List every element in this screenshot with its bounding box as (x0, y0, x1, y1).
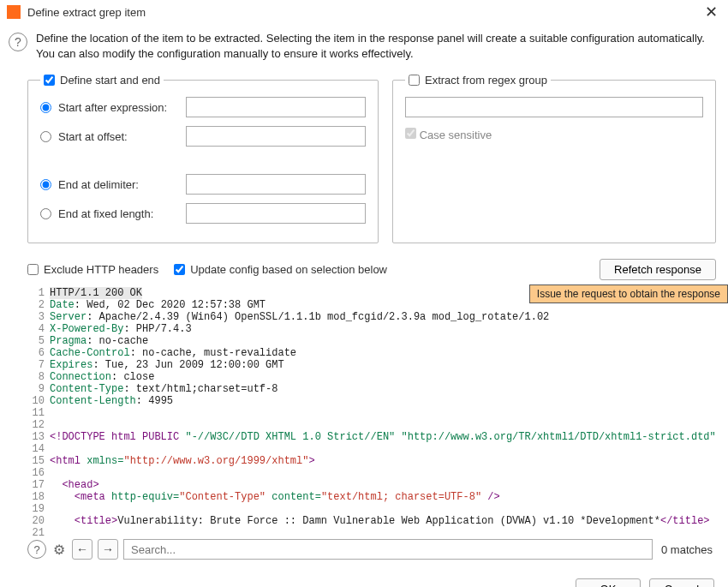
title-bar: Define extract grep item ✕ (0, 0, 728, 24)
cancel-button[interactable]: Cancel (649, 578, 714, 587)
start-at-offset-radio[interactable]: Start at offset: (40, 130, 177, 143)
regex-input[interactable] (405, 97, 703, 117)
exclude-http-headers-check[interactable]: Exclude HTTP headers (27, 263, 158, 276)
help-icon[interactable]: ? (9, 33, 27, 51)
window-title: Define extract grep item (27, 6, 701, 19)
response-editor[interactable]: 1HTTP/1.1 200 OK2Date: Wed, 02 Dec 2020 … (27, 287, 716, 536)
end-at-delimiter-input[interactable] (186, 174, 366, 195)
group-define-start-end: Define start and end Start after express… (27, 74, 379, 243)
help-icon[interactable]: ? (27, 540, 46, 559)
app-icon (7, 5, 21, 19)
start-after-expression-input[interactable] (186, 97, 366, 117)
start-after-expression-radio[interactable]: Start after expression: (40, 101, 177, 114)
start-at-offset-input[interactable] (186, 126, 366, 147)
extract-regex-check[interactable]: Extract from regex group (409, 74, 547, 87)
end-at-delimiter-radio[interactable]: End at delimiter: (40, 178, 177, 191)
define-start-end-check[interactable]: Define start and end (44, 74, 160, 87)
refetch-button[interactable]: Refetch response (600, 259, 716, 280)
end-at-fixed-length-input[interactable] (186, 203, 366, 224)
gear-icon[interactable]: ⚙ (51, 542, 67, 558)
end-at-fixed-length-radio[interactable]: End at fixed length: (40, 207, 177, 220)
case-sensitive-check[interactable]: Case sensitive (405, 129, 492, 141)
group-regex: Extract from regex group Case sensitive (392, 74, 716, 243)
prev-match-button[interactable]: ← (72, 539, 92, 560)
update-config-check[interactable]: Update config based on selection below (174, 263, 387, 276)
next-match-button[interactable]: → (98, 539, 118, 560)
ok-button[interactable]: OK (576, 578, 641, 587)
match-count: 0 matches (658, 543, 716, 556)
search-input[interactable] (123, 539, 653, 560)
help-text: Define the location of the item to be ex… (36, 31, 716, 62)
tooltip: Issue the request to obtain the response (529, 285, 728, 303)
close-icon[interactable]: ✕ (701, 4, 721, 20)
footer: OK Cancel (0, 566, 728, 587)
